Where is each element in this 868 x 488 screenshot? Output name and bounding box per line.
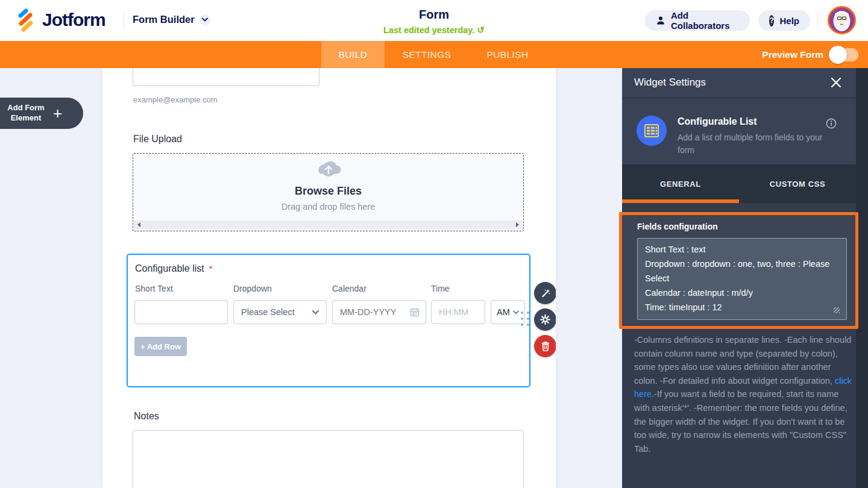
help-button[interactable]: ? Help [758,10,810,31]
panel-title: Widget Settings [634,77,706,89]
jotform-wordmark: Jotform [42,10,105,30]
help-label: Help [779,16,799,26]
info-icon[interactable] [826,118,837,129]
preview-form-toggle[interactable] [831,48,858,61]
preview-form-label: Preview Form [762,49,823,60]
time-input[interactable] [431,300,485,324]
widget-info-section: Configurable List Add a list of multiple… [622,99,856,164]
column-label-short-text: Short Text [135,284,173,293]
scroll-left-arrow-icon[interactable] [137,222,140,227]
dropdown-selected-value: Please Select [241,307,295,317]
add-form-element-button[interactable]: Add Form Element + [0,98,83,129]
panel-tab-bar: GENERAL CUSTOM CSS [622,164,856,203]
add-collaborators-button[interactable]: Add Collaborators [645,10,750,31]
cloud-upload-icon [315,158,342,180]
widget-wizard-button[interactable] [534,282,556,304]
toggle-knob [829,46,847,64]
chevron-down-icon [513,310,519,314]
fields-configuration-textarea[interactable]: Short Text : text Dropdown : dropdown : … [637,238,847,320]
magic-wand-icon [540,288,551,299]
chevron-down-icon [312,310,319,314]
notes-textarea[interactable] [133,430,524,488]
question-icon: ? [769,15,774,27]
widget-settings-panel: Widget Settings Configurable List Add a … [622,68,868,488]
form-builder-app: Jotform Form Builder Form Last edited ye… [0,0,868,488]
form-builder-menu[interactable]: Form Builder [133,14,210,25]
dropzone-horizontal-scrollbar[interactable] [134,221,523,229]
short-text-input[interactable] [134,300,228,324]
column-label-time: Time [431,284,450,293]
file-upload-label: File Upload [133,134,182,145]
jotform-logo-icon [14,8,36,32]
tab-general-label: GENERAL [660,180,701,189]
widget-help-text: -Columns definitions in separate lines. … [634,333,852,455]
tab-general[interactable]: GENERAL [622,164,739,203]
configurable-list-widget[interactable]: Configurable list* Short Text Dropdown C… [127,254,530,387]
tab-settings[interactable]: SETTINGS [385,41,469,68]
close-icon[interactable] [831,77,843,89]
tab-custom-css-label: CUSTOM CSS [770,180,825,189]
help-text-part2: .-If you want a field to be required, st… [634,389,848,453]
file-dropzone[interactable]: Browse Files Drag and drop files here [133,153,524,231]
panel-header: Widget Settings [622,68,856,98]
widget-drag-handle[interactable] [521,311,529,326]
drop-hint-text: Drag and drop files here [133,202,523,211]
calendar-field[interactable] [332,300,426,324]
gear-icon [539,314,551,325]
notes-label: Notes [134,411,159,422]
calendar-icon[interactable] [410,307,420,317]
fields-configuration-section: Fields configuration Short Text : text D… [619,212,858,329]
help-text-part1: -Columns definitions in separate lines. … [634,335,851,386]
widget-delete-button[interactable] [534,335,556,357]
header-divider [124,12,124,29]
add-collaborators-label: Add Collaborators [671,10,739,31]
required-asterisk: * [209,263,213,274]
tab-settings-label: SETTINGS [403,49,451,60]
column-label-dropdown: Dropdown [233,284,272,293]
configurable-list-title: Configurable list* [135,263,213,274]
dropdown-select[interactable]: Please Select [233,300,327,324]
trash-icon [541,341,550,351]
widget-settings-button[interactable] [534,308,556,331]
widget-description: Add a list of multiple form fields to yo… [678,131,823,157]
ampm-selected-value: AM [497,307,510,317]
tab-publish-label: PUBLISH [486,49,528,60]
configurable-list-label: Configurable list [135,263,204,274]
last-edited-text: Last edited yesterday. [383,25,474,35]
form-canvas: example@example.com File Upload Browse F… [102,68,556,488]
tab-build-label: BUILD [339,49,368,60]
form-builder-label: Form Builder [133,14,195,25]
tab-custom-css[interactable]: CUSTOM CSS [739,164,856,203]
ampm-select[interactable]: AM [491,300,525,324]
preview-form-control: Preview Form [762,41,858,68]
chevron-down-icon [200,14,210,25]
jotform-logo[interactable]: Jotform [14,8,105,32]
column-label-calendar: Calendar [332,284,366,293]
revision-history-icon[interactable]: ↺ [477,25,485,35]
person-icon [656,16,665,25]
add-form-element-label: Add Form Element [0,103,52,124]
scroll-right-arrow-icon[interactable] [516,222,519,227]
configurable-list-icon [637,116,667,146]
tab-build[interactable]: BUILD [321,41,385,68]
top-header: Jotform Form Builder Form Last edited ye… [0,0,868,41]
user-avatar[interactable] [828,6,856,34]
email-input[interactable] [133,68,319,86]
calendar-input[interactable] [340,307,400,317]
dropzone-content: Browse Files Drag and drop files here [133,154,523,211]
header-divider-2 [817,12,818,29]
browse-files-button[interactable]: Browse Files [133,185,523,198]
tab-publish[interactable]: PUBLISH [469,41,546,68]
add-row-button[interactable]: + Add Row [134,337,187,356]
widget-name: Configurable List [678,116,757,127]
email-sublabel: example@example.com [133,95,218,104]
navbar-tabs: BUILD SETTINGS PUBLISH [321,41,546,68]
plus-icon: + [53,104,62,123]
fields-configuration-label: Fields configuration [637,222,718,231]
main-navbar: BUILD SETTINGS PUBLISH Preview Form [0,41,868,68]
